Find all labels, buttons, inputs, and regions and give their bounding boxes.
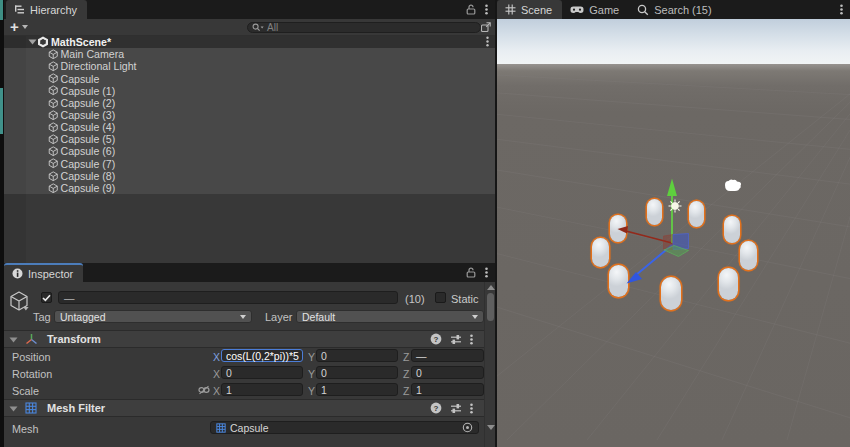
- tab-game[interactable]: Game: [562, 0, 629, 19]
- check-icon: [42, 294, 51, 302]
- transform-position-x-field[interactable]: cos(L(0,2*pi))*5: [221, 349, 303, 362]
- object-picker-icon[interactable]: [462, 422, 473, 433]
- selection-count: (10): [405, 293, 425, 305]
- transform-position-z-field[interactable]: —: [411, 349, 484, 362]
- axis-label-y[interactable]: Y: [308, 385, 315, 397]
- axis-label-z[interactable]: Z: [403, 351, 409, 363]
- scrollbar-thumb[interactable]: [487, 293, 494, 321]
- hierarchy-scene-row[interactable]: MathScene*: [4, 36, 495, 48]
- scroll-up-icon[interactable]: [487, 285, 495, 290]
- gameobject-cube-icon: [48, 85, 59, 96]
- scene-viewport[interactable]: [497, 0, 850, 447]
- hierarchy-item-label: Directional Light: [61, 60, 137, 72]
- active-checkbox[interactable]: [41, 292, 52, 303]
- transform-scale-x-field[interactable]: 1: [221, 383, 303, 396]
- foldout-icon[interactable]: [9, 333, 19, 345]
- gameobject-cube-icon: [48, 171, 59, 182]
- hierarchy-item[interactable]: Capsule (6): [4, 145, 495, 157]
- hierarchy-item-label: Capsule (8): [61, 170, 116, 182]
- axis-label-z[interactable]: Z: [403, 385, 409, 397]
- hierarchy-item-label: Capsule (4): [61, 121, 116, 133]
- axis-label-y[interactable]: Y: [308, 368, 315, 380]
- static-checkbox[interactable]: [435, 292, 446, 303]
- hierarchy-item[interactable]: Capsule (1): [4, 85, 495, 97]
- kebab-menu-icon[interactable]: [486, 36, 489, 49]
- hierarchy-tabbar: Hierarchy: [4, 0, 495, 19]
- mesh-value: Capsule: [230, 422, 269, 434]
- move-gizmo[interactable]: [497, 0, 850, 447]
- hierarchy-item-label: Main Camera: [61, 48, 125, 60]
- presets-icon[interactable]: [450, 334, 462, 345]
- hierarchy-item[interactable]: Capsule (2): [4, 97, 495, 109]
- gameobject-cube-icon: [48, 146, 59, 157]
- layer-dropdown[interactable]: Default: [296, 310, 484, 323]
- axis-label-z[interactable]: Z: [403, 368, 409, 380]
- tab-search-15-[interactable]: Search (15): [629, 0, 721, 19]
- axis-label-x[interactable]: X: [213, 351, 220, 363]
- kebab-menu-icon[interactable]: [470, 403, 473, 414]
- axis-label-x[interactable]: X: [213, 385, 220, 397]
- hierarchy-list: MathScene* Main Camera Directional Light…: [4, 36, 495, 263]
- axis-label-x[interactable]: X: [213, 368, 220, 380]
- chevron-down-icon: [472, 315, 478, 319]
- name-field[interactable]: —: [58, 291, 398, 304]
- search-placeholder: All: [267, 22, 278, 33]
- hierarchy-item[interactable]: Capsule (3): [4, 109, 495, 121]
- hierarchy-item[interactable]: Capsule: [4, 72, 495, 84]
- hierarchy-item[interactable]: Capsule (5): [4, 133, 495, 145]
- kebab-menu-icon[interactable]: [485, 4, 488, 15]
- transform-rotation-x-field[interactable]: 0: [221, 366, 303, 379]
- tab-inspector[interactable]: Inspector: [4, 263, 83, 282]
- hierarchy-item[interactable]: Directional Light: [4, 60, 495, 72]
- info-icon: [12, 268, 23, 279]
- chevron-down-icon: [240, 315, 246, 319]
- scroll-down-icon[interactable]: [487, 425, 495, 430]
- mesh-filter-header[interactable]: Mesh Filter ?: [4, 399, 484, 417]
- foldout-icon[interactable]: [28, 39, 37, 45]
- tag-dropdown[interactable]: Untagged: [54, 310, 252, 323]
- hierarchy-item[interactable]: Capsule (7): [4, 158, 495, 170]
- hierarchy-item[interactable]: Capsule (9): [4, 182, 495, 194]
- tab-hierarchy[interactable]: Hierarchy: [6, 0, 87, 19]
- scene-view-panel: SceneGameSearch (15): [497, 0, 850, 447]
- mesh-icon: [216, 423, 226, 433]
- grid-icon: [505, 4, 516, 15]
- transform-position-y-field[interactable]: 0: [316, 349, 398, 362]
- help-icon[interactable]: ?: [430, 333, 442, 345]
- lock-icon[interactable]: [466, 4, 476, 15]
- hierarchy-item[interactable]: Capsule (8): [4, 170, 495, 182]
- transform-header[interactable]: Transform ?: [4, 330, 484, 348]
- lock-icon[interactable]: [466, 267, 476, 278]
- mesh-filter-icon: [25, 402, 47, 414]
- hierarchy-gutter: [4, 36, 26, 263]
- hierarchy-search-input[interactable]: All: [247, 22, 481, 34]
- tab-hierarchy-label: Hierarchy: [30, 4, 77, 16]
- transform-rotation-y-field[interactable]: 0: [316, 366, 398, 379]
- hierarchy-item[interactable]: Capsule (4): [4, 121, 495, 133]
- directional-light-gizmo[interactable]: [669, 200, 682, 213]
- popout-icon[interactable]: [480, 21, 492, 33]
- mesh-property-label: Mesh: [12, 423, 38, 435]
- transform-rotation-z-field[interactable]: 0: [411, 366, 484, 379]
- presets-icon[interactable]: [450, 403, 462, 414]
- axis-label-y[interactable]: Y: [308, 351, 315, 363]
- foldout-icon[interactable]: [9, 402, 19, 414]
- mesh-object-field[interactable]: Capsule: [210, 421, 479, 434]
- help-icon[interactable]: ?: [430, 402, 442, 414]
- transform-scale-z-field[interactable]: 1: [411, 383, 484, 396]
- add-object-button[interactable]: +: [10, 21, 28, 34]
- gameobject-cube-icon: [48, 122, 59, 133]
- tab-scene[interactable]: Scene: [497, 0, 562, 19]
- kebab-menu-icon[interactable]: [485, 267, 488, 278]
- inspector-scrollbar[interactable]: [484, 282, 495, 447]
- hierarchy-item[interactable]: Main Camera: [4, 48, 495, 60]
- static-label: Static: [451, 293, 479, 305]
- inspector-tabbar: Inspector: [4, 263, 495, 282]
- transform-icon: [25, 333, 47, 346]
- kebab-menu-icon[interactable]: [840, 4, 843, 15]
- transform-scale-y-field[interactable]: 1: [316, 383, 398, 396]
- link-constrain-icon[interactable]: [198, 385, 210, 397]
- gameobject-cube-icon: [48, 73, 59, 84]
- kebab-menu-icon[interactable]: [470, 334, 473, 345]
- tab-label: Search (15): [654, 4, 711, 16]
